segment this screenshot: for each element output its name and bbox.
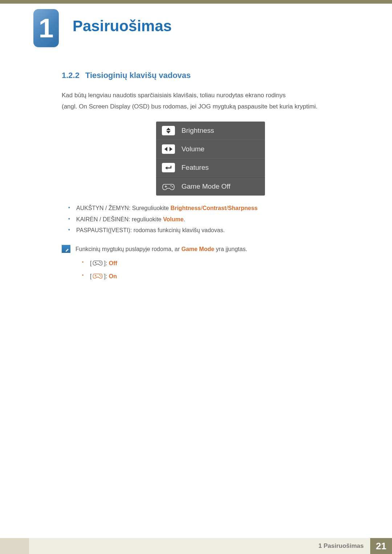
section-number: 1.2.2 [62, 71, 79, 80]
intro-paragraph-1: Kad būtų lengviau naudotis sparčiaisiais… [62, 90, 359, 100]
hl-off: Off [109, 260, 117, 266]
gamemode-states: []: Off []: On [75, 257, 359, 283]
osd-panel: Brightness Volume Features Game Mode Off [156, 122, 265, 196]
footer-accent [0, 538, 29, 554]
hl-volume: Volume [163, 216, 184, 222]
note-suffix: yra įjungtas. [214, 246, 247, 252]
bracket: ]: [104, 260, 109, 266]
section-heading: 1.2.2Tiesioginių klavišų vadovas [62, 71, 359, 80]
bracket: ]: [104, 273, 109, 279]
gamepad-on-icon [92, 270, 103, 283]
osd-brightness-label: Brightness [181, 127, 214, 135]
osd-row-volume: Volume [156, 140, 265, 159]
hl-contrast: Contrast [203, 205, 226, 211]
note-prefix: Funkcinių mygtukų puslapyje rodoma, ar [75, 246, 181, 252]
svg-marker-1 [166, 131, 171, 134]
section-title: Tiesioginių klavišų vadovas [85, 71, 191, 80]
footer-page-number: 21 [370, 538, 392, 554]
svg-marker-2 [164, 147, 167, 151]
chapter-tab: 1 [33, 9, 59, 47]
page-footer: 1 Pasiruošimas 21 [0, 538, 392, 554]
bullet-text: AUKŠTYN / ŽEMYN: Sureguliuokite [76, 205, 171, 211]
svg-point-7 [171, 185, 172, 186]
note-text: Funkcinių mygtukų puslapyje rodoma, ar G… [75, 244, 359, 254]
svg-point-11 [99, 262, 100, 262]
svg-marker-3 [170, 147, 172, 151]
svg-marker-4 [165, 167, 167, 169]
top-accent-bar [0, 0, 392, 4]
svg-point-8 [172, 186, 173, 188]
chapter-number: 1 [38, 13, 53, 44]
up-down-icon [162, 126, 175, 135]
left-right-icon [162, 144, 175, 154]
bullet-text: KAIRĖN / DEŠINĖN: reguliuokite [76, 216, 163, 222]
osd-row-features: Features [156, 159, 265, 177]
footer-chapter-ref: 1 Pasiruošimas [29, 538, 370, 554]
enter-icon [162, 163, 175, 172]
bullet-press: PASPAUSTI(ĮVESTI): rodomas funkcinių kla… [62, 225, 359, 236]
svg-point-15 [99, 275, 100, 275]
osd-row-gamemode: Game Mode Off [156, 177, 265, 196]
svg-marker-0 [166, 128, 171, 130]
chapter-title: Pasiruošimas [73, 17, 172, 35]
intro-paragraph-2: (angl. On Screen Display (OSD) bus rodom… [62, 102, 359, 111]
note-icon [62, 245, 70, 253]
note-block: Funkcinių mygtukų puslapyje rodoma, ar G… [62, 244, 359, 283]
osd-gamemode-label: Game Mode Off [181, 182, 230, 190]
direction-bullets: AUKŠTYN / ŽEMYN: Sureguliuokite Brightne… [62, 203, 359, 236]
gamemode-on-item: []: On [75, 270, 359, 283]
gamemode-off-item: []: Off [75, 257, 359, 270]
page-content: 1.2.2Tiesioginių klavišų vadovas Kad būt… [62, 71, 359, 283]
note-body: Funkcinių mygtukų puslapyje rodoma, ar G… [75, 244, 359, 283]
osd-features-label: Features [181, 164, 209, 172]
bullet-updown: AUKŠTYN / ŽEMYN: Sureguliuokite Brightne… [62, 203, 359, 214]
bracket: [ [90, 260, 91, 266]
hl-on: On [109, 273, 117, 279]
hl-gamemode: Game Mode [181, 246, 215, 252]
osd-row-brightness: Brightness [156, 122, 265, 140]
bullet-text: . [184, 216, 185, 222]
bracket: [ [90, 273, 91, 279]
svg-point-12 [101, 263, 101, 263]
hl-brightness: Brightness [171, 205, 201, 211]
hl-sharpness: Sharpness [228, 205, 258, 211]
gamepad-off-icon [92, 257, 103, 270]
bullet-leftright: KAIRĖN / DEŠINĖN: reguliuokite Volume. [62, 214, 359, 225]
osd-volume-label: Volume [181, 145, 204, 153]
svg-point-16 [101, 276, 101, 276]
gamepad-icon [162, 182, 175, 191]
